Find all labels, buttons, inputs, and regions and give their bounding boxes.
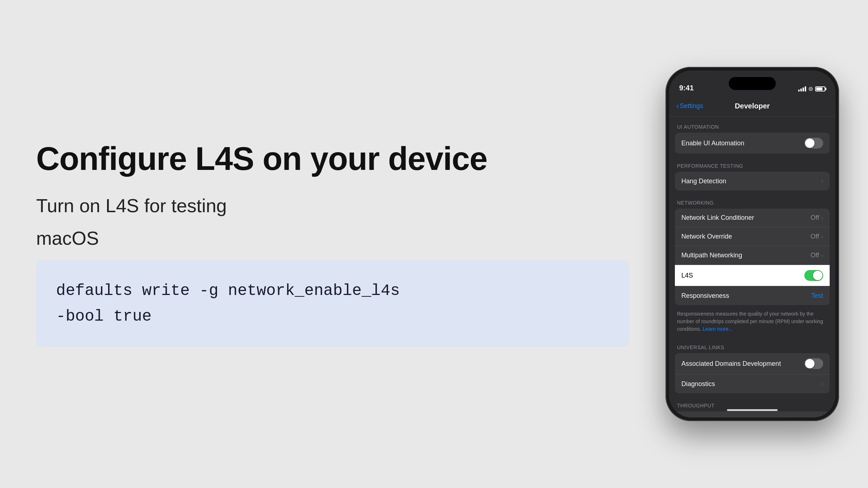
settings-row-associated-domains: Associated Domains Development (675, 353, 830, 374)
section-header-ui-automation: UI AUTOMATION (669, 117, 835, 133)
settings-row-multipath-networking[interactable]: Multipath Networking Off › (675, 246, 830, 265)
chevron-icon-hang-detection: › (821, 178, 823, 184)
battery-icon (815, 86, 825, 91)
settings-row-network-link-conditioner[interactable]: Network Link Conditioner Off › (675, 209, 830, 227)
row-label-enable-ui-automation: Enable UI Automation (681, 140, 744, 147)
row-label-diagnostics: Diagnostics (681, 380, 715, 388)
toggle-l4s[interactable] (804, 270, 823, 281)
nav-back-button[interactable]: ‹ Settings (676, 102, 703, 111)
wifi-icon: ⊜ (808, 85, 813, 92)
code-block: defaults write -g network_enable_l4s -bo… (36, 260, 629, 347)
learn-more-link[interactable]: Learn more... (703, 326, 733, 332)
code-content: defaults write -g network_enable_l4s -bo… (56, 278, 609, 329)
main-title: Configure L4S on your device (36, 141, 629, 177)
row-label-multipath-networking: Multipath Networking (681, 252, 742, 259)
iphone-mockup: 9:41 ⊜ ‹ Set (665, 67, 839, 421)
settings-row-l4s: L4S (675, 265, 830, 286)
left-panel: Configure L4S on your device Turn on L4S… (0, 112, 658, 376)
toggle-associated-domains[interactable] (804, 358, 823, 369)
section-header-universal-links: UNIVERSAL LINKS (669, 337, 835, 353)
settings-group-universal-links: Associated Domains Development Diagnosti… (675, 353, 830, 393)
chevron-icon-network-link-conditioner: › (821, 215, 823, 221)
section-header-networking: NETWORKING (669, 193, 835, 209)
signal-icon (798, 86, 806, 91)
responsiveness-description: Responsiveness measures the quality of y… (669, 307, 835, 337)
status-icons: ⊜ (798, 85, 825, 92)
nav-bar: ‹ Settings Developer (669, 96, 835, 117)
chevron-icon-multipath-networking: › (821, 252, 823, 259)
value-multipath-networking: Off (810, 252, 819, 259)
settings-row-responsiveness[interactable]: Responsiveness Test (675, 286, 830, 305)
subtitle-section: Turn on L4S for testing macOS defaults w… (36, 195, 629, 347)
chevron-icon-diagnostics: › (821, 381, 823, 387)
right-panel: 9:41 ⊜ ‹ Set (658, 67, 868, 421)
settings-row-run-throughput[interactable]: Run Throughput Test › (675, 411, 830, 418)
row-label-network-override: Network Override (681, 233, 732, 240)
value-network-link-conditioner: Off (810, 214, 819, 222)
back-chevron-icon: ‹ (676, 102, 679, 111)
row-label-l4s: L4S (681, 272, 693, 279)
value-network-override: Off (810, 233, 819, 240)
settings-group-performance: Hang Detection › (675, 172, 830, 191)
toggle-enable-ui-automation[interactable] (804, 138, 823, 149)
settings-row-network-override[interactable]: Network Override Off › (675, 227, 830, 246)
status-time: 9:41 (679, 84, 694, 92)
settings-group-networking: Network Link Conditioner Off › Network O… (675, 209, 830, 305)
settings-group-ui-automation: Enable UI Automation (675, 133, 830, 154)
nav-back-label: Settings (680, 102, 703, 110)
settings-group-throughput: Run Throughput Test › (675, 411, 830, 418)
nav-title: Developer (735, 102, 770, 110)
platform-label: macOS (36, 227, 629, 249)
row-label-hang-detection: Hang Detection (681, 177, 726, 185)
home-indicator (727, 409, 778, 411)
settings-content: UI AUTOMATION Enable UI Automation PERFO… (669, 117, 835, 418)
iphone-screen: 9:41 ⊜ ‹ Set (669, 70, 835, 418)
dynamic-island (729, 77, 776, 90)
settings-row-diagnostics[interactable]: Diagnostics › (675, 374, 830, 393)
subtitle: Turn on L4S for testing (36, 195, 629, 217)
link-test-responsiveness[interactable]: Test (811, 292, 823, 300)
settings-row-enable-ui-automation: Enable UI Automation (675, 133, 830, 154)
row-label-run-throughput: Run Throughput Test (681, 417, 742, 418)
section-header-performance: PERFORMANCE TESTING (669, 156, 835, 172)
row-label-associated-domains: Associated Domains Development (681, 360, 781, 368)
row-label-responsiveness: Responsiveness (681, 292, 729, 300)
chevron-icon-network-override: › (821, 234, 823, 240)
settings-row-hang-detection[interactable]: Hang Detection › (675, 172, 830, 191)
row-label-network-link-conditioner: Network Link Conditioner (681, 214, 754, 222)
